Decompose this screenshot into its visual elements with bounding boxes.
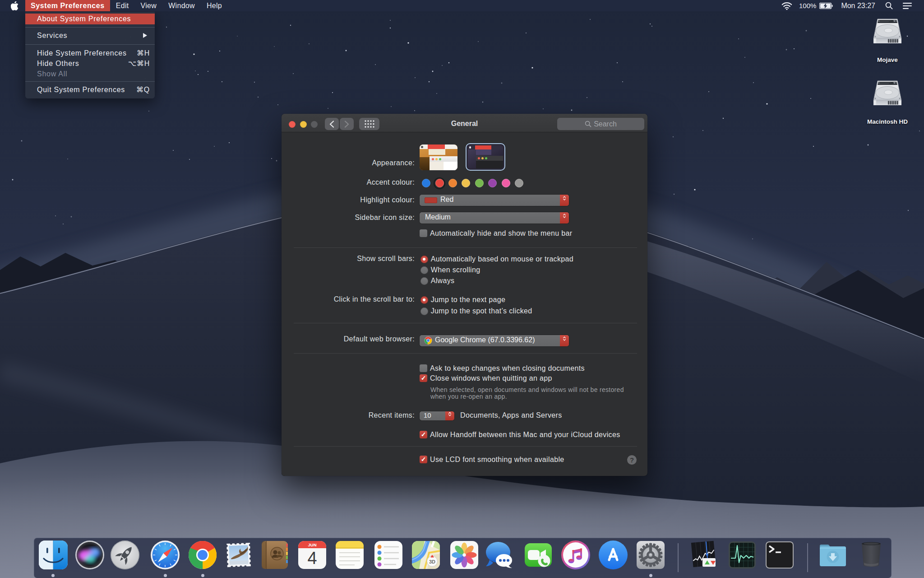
svg-text:3D: 3D <box>429 559 435 564</box>
svg-text:4: 4 <box>307 549 317 568</box>
svg-text:JUN: JUN <box>308 542 316 547</box>
